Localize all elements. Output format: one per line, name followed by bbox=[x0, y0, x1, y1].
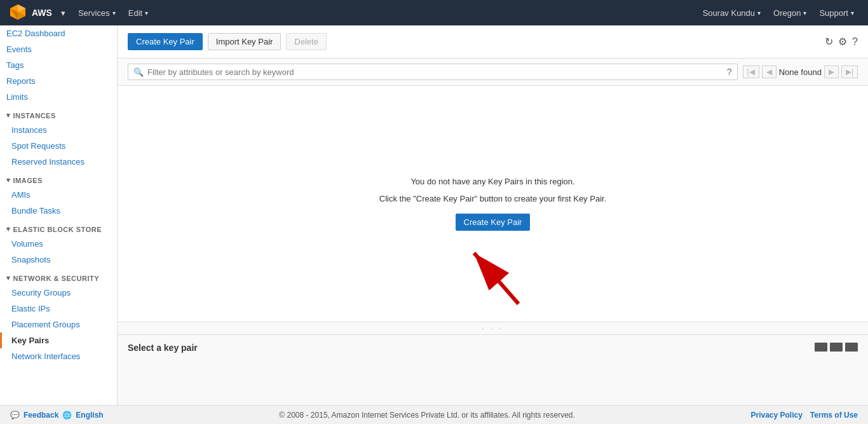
section-images: ▾IMAGES bbox=[0, 170, 117, 187]
section-network-security: ▾NETWORK & SECURITY bbox=[0, 268, 117, 285]
sidebar-item-ec2-dashboard[interactable]: EC2 Dashboard bbox=[0, 25, 117, 41]
aws-brand[interactable]: AWS bbox=[32, 8, 52, 18]
toolbar-right: ↻ ⚙ ? bbox=[825, 36, 858, 48]
sidebar-item-limits[interactable]: Limits bbox=[0, 89, 117, 105]
search-input-wrap: 🔍 ? bbox=[128, 64, 738, 80]
sidebar-item-spot-requests[interactable]: Spot Requests bbox=[0, 138, 117, 154]
main-layout: ◀ EC2 Dashboard Events Tags Reports Limi… bbox=[0, 25, 868, 405]
search-input[interactable] bbox=[147, 67, 723, 77]
footer-left: 💬 Feedback 🌐 English bbox=[10, 411, 104, 420]
sidebar-item-amis[interactable]: AMIs bbox=[0, 187, 117, 203]
help-icon[interactable]: ? bbox=[852, 36, 858, 48]
panel-view-icon-2[interactable] bbox=[830, 343, 843, 352]
section-ebs: ▾ELASTIC BLOCK STORE bbox=[0, 219, 117, 236]
next-page-button[interactable]: ▶ bbox=[824, 65, 839, 78]
prev-page-button[interactable]: ◀ bbox=[762, 65, 776, 78]
top-navigation: AWS ▾ Services ▾ Edit ▾ Sourav Kundu ▾ O… bbox=[0, 0, 868, 25]
pagination: |◀ ◀ None found ▶ ▶| bbox=[743, 65, 858, 78]
content-area: Create Key Pair Import Key Pair Delete ↻… bbox=[118, 25, 868, 405]
create-key-pair-button[interactable]: Create Key Pair bbox=[128, 33, 203, 50]
language-link[interactable]: English bbox=[76, 411, 103, 420]
sidebar-item-snapshots[interactable]: Snapshots bbox=[0, 252, 117, 268]
arrow-annotation bbox=[455, 243, 531, 309]
lower-panel-title: Select a key pair bbox=[128, 343, 198, 353]
settings-icon[interactable]: ⚙ bbox=[838, 36, 847, 48]
aws-dropdown-chevron[interactable]: ▾ bbox=[55, 8, 72, 18]
sidebar-item-network-interfaces[interactable]: Network Interfaces bbox=[0, 348, 117, 364]
sidebar: ◀ EC2 Dashboard Events Tags Reports Limi… bbox=[0, 25, 118, 405]
top-nav-right: Sourav Kundu ▾ Oregon ▾ Support ▾ bbox=[696, 8, 860, 18]
region-menu[interactable]: Oregon ▾ bbox=[767, 8, 813, 18]
sidebar-item-events[interactable]: Events bbox=[0, 41, 117, 57]
search-help-icon[interactable]: ? bbox=[727, 67, 732, 77]
globe-icon: 🌐 bbox=[62, 411, 72, 420]
create-key-pair-center-button[interactable]: Create Key Pair bbox=[456, 214, 531, 231]
footer-right: Privacy Policy Terms of Use bbox=[750, 411, 858, 420]
edit-menu[interactable]: Edit ▾ bbox=[122, 8, 154, 18]
empty-message-2: Click the "Create Key Pair" button to cr… bbox=[379, 194, 607, 203]
lower-panel: Select a key pair bbox=[118, 335, 868, 405]
sidebar-item-elastic-ips[interactable]: Elastic IPs bbox=[0, 301, 117, 317]
panel-view-icon-3[interactable] bbox=[845, 343, 858, 352]
sidebar-item-bundle-tasks[interactable]: Bundle Tasks bbox=[0, 203, 117, 219]
upper-panel: You do not have any Key Pairs in this re… bbox=[118, 86, 868, 322]
feedback-chat-icon: 💬 bbox=[10, 411, 20, 420]
toolbar: Create Key Pair Import Key Pair Delete ↻… bbox=[118, 25, 868, 58]
empty-message-1: You do not have any Key Pairs in this re… bbox=[410, 177, 574, 186]
sidebar-item-instances[interactable]: Instances bbox=[0, 122, 117, 138]
sidebar-item-key-pairs[interactable]: Key Pairs bbox=[0, 332, 117, 348]
privacy-policy-link[interactable]: Privacy Policy bbox=[750, 411, 802, 420]
first-page-button[interactable]: |◀ bbox=[743, 65, 759, 78]
sidebar-item-volumes[interactable]: Volumes bbox=[0, 236, 117, 252]
sidebar-item-reserved-instances[interactable]: Reserved Instances bbox=[0, 154, 117, 170]
sidebar-item-reports[interactable]: Reports bbox=[0, 73, 117, 89]
terms-of-use-link[interactable]: Terms of Use bbox=[810, 411, 858, 420]
footer-copyright: © 2008 - 2015, Amazon Internet Services … bbox=[104, 411, 751, 420]
aws-logo[interactable] bbox=[8, 2, 28, 24]
sidebar-item-security-groups[interactable]: Security Groups bbox=[0, 285, 117, 301]
delete-button[interactable]: Delete bbox=[286, 33, 327, 50]
panel-divider-dots: · · · bbox=[118, 322, 868, 335]
feedback-link[interactable]: Feedback bbox=[24, 411, 58, 420]
import-key-pair-button[interactable]: Import Key Pair bbox=[208, 33, 281, 50]
services-chevron: ▾ bbox=[112, 10, 116, 17]
svg-line-6 bbox=[474, 253, 519, 304]
sidebar-item-placement-groups[interactable]: Placement Groups bbox=[0, 317, 117, 332]
support-menu[interactable]: Support ▾ bbox=[813, 8, 860, 18]
pagination-status: None found bbox=[779, 67, 822, 77]
lower-panel-icons bbox=[815, 343, 858, 352]
services-menu[interactable]: Services ▾ bbox=[72, 8, 122, 18]
footer: 💬 Feedback 🌐 English © 2008 - 2015, Amaz… bbox=[0, 405, 868, 424]
edit-chevron: ▾ bbox=[145, 10, 148, 17]
search-icon: 🔍 bbox=[133, 67, 144, 77]
sidebar-item-tags[interactable]: Tags bbox=[0, 57, 117, 73]
search-bar: 🔍 ? |◀ ◀ None found ▶ ▶| bbox=[118, 58, 868, 86]
main-content: You do not have any Key Pairs in this re… bbox=[118, 86, 868, 405]
section-instances: ▾INSTANCES bbox=[0, 105, 117, 122]
last-page-button[interactable]: ▶| bbox=[841, 65, 858, 78]
refresh-icon[interactable]: ↻ bbox=[825, 36, 833, 48]
panel-view-icon-1[interactable] bbox=[815, 343, 827, 352]
user-menu[interactable]: Sourav Kundu ▾ bbox=[696, 8, 767, 18]
